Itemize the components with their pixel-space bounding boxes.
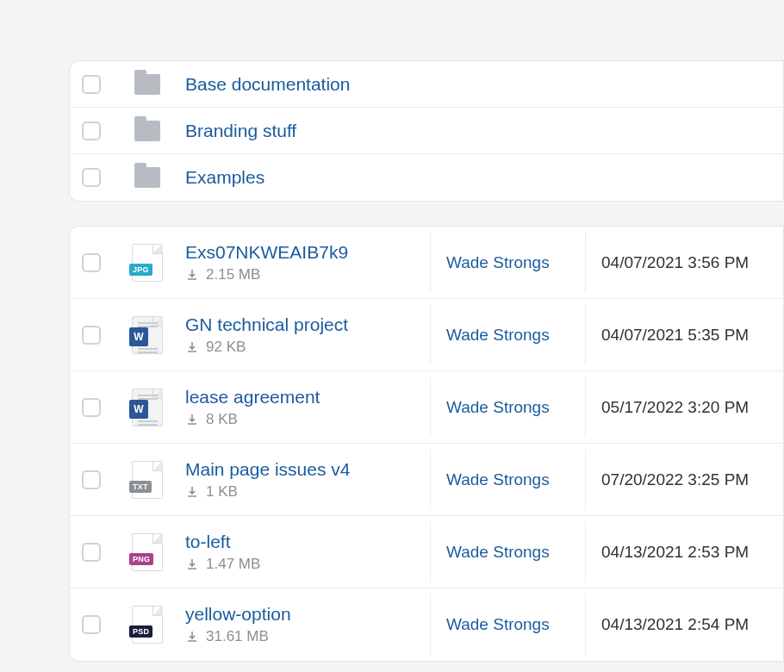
file-size: 31.61 MB bbox=[206, 628, 269, 645]
folder-icon bbox=[134, 121, 160, 141]
file-size: 8 KB bbox=[206, 411, 238, 428]
file-row[interactable]: TXT Main page issues v4 1 KB Wade Strong… bbox=[70, 444, 783, 516]
file-row[interactable]: PNG to-left 1.47 MB Wade Strongs 04/13/2… bbox=[70, 516, 783, 588]
download-icon[interactable] bbox=[185, 485, 199, 499]
file-date: 04/07/2021 3:56 PM bbox=[601, 253, 749, 272]
file-date: 05/17/2022 3:20 PM bbox=[601, 398, 749, 417]
row-checkbox[interactable] bbox=[82, 615, 101, 634]
folder-row[interactable]: Branding stuff bbox=[70, 108, 783, 154]
file-name[interactable]: GN technical project bbox=[185, 314, 423, 335]
row-checkbox[interactable] bbox=[82, 398, 101, 417]
file-type-icon-psd: PSD bbox=[132, 606, 163, 644]
row-checkbox[interactable] bbox=[82, 470, 101, 489]
file-row[interactable]: PSD yellow-option 31.61 MB Wade Strongs … bbox=[70, 588, 783, 661]
file-date: 07/20/2022 3:25 PM bbox=[601, 470, 749, 489]
file-row[interactable]: W lease agreement 8 KB Wade Strongs 05/1… bbox=[70, 371, 783, 444]
file-type-icon-txt: TXT bbox=[132, 461, 163, 499]
file-name[interactable]: Main page issues v4 bbox=[185, 459, 423, 480]
file-type-icon-word: W bbox=[132, 316, 163, 354]
file-name[interactable]: yellow-option bbox=[185, 604, 423, 625]
file-user[interactable]: Wade Strongs bbox=[446, 326, 550, 345]
row-checkbox[interactable] bbox=[82, 168, 101, 187]
row-checkbox[interactable] bbox=[82, 121, 101, 140]
file-name[interactable]: lease agreement bbox=[185, 387, 423, 408]
file-type-icon-jpg: JPG bbox=[132, 244, 163, 282]
file-user[interactable]: Wade Strongs bbox=[446, 615, 550, 634]
folder-row[interactable]: Examples bbox=[70, 154, 783, 201]
file-size: 1.47 MB bbox=[206, 556, 260, 573]
file-user[interactable]: Wade Strongs bbox=[446, 543, 550, 562]
download-icon[interactable] bbox=[185, 413, 199, 426]
file-date: 04/13/2021 2:53 PM bbox=[601, 543, 749, 562]
file-name[interactable]: Exs07NKWEAIB7k9 bbox=[185, 242, 423, 263]
file-type-icon-word: W bbox=[132, 389, 163, 426]
file-type-icon-png: PNG bbox=[132, 533, 163, 571]
row-checkbox[interactable] bbox=[82, 75, 101, 94]
file-date: 04/07/2021 5:35 PM bbox=[601, 326, 749, 345]
file-size: 92 KB bbox=[206, 339, 246, 356]
file-row[interactable]: JPG Exs07NKWEAIB7k9 2.15 MB Wade Strongs… bbox=[70, 227, 783, 299]
row-checkbox[interactable] bbox=[82, 543, 101, 562]
row-checkbox[interactable] bbox=[82, 253, 101, 272]
file-row[interactable]: W GN technical project 92 KB Wade Strong… bbox=[70, 299, 783, 371]
folder-icon bbox=[134, 167, 160, 188]
folders-section: Base documentation Branding stuff Exampl… bbox=[69, 60, 784, 202]
file-user[interactable]: Wade Strongs bbox=[446, 470, 550, 489]
file-date: 04/13/2021 2:54 PM bbox=[601, 615, 749, 634]
folder-name[interactable]: Base documentation bbox=[185, 74, 350, 94]
folder-name[interactable]: Branding stuff bbox=[185, 121, 296, 140]
file-user[interactable]: Wade Strongs bbox=[446, 253, 550, 272]
download-icon[interactable] bbox=[185, 557, 199, 571]
files-section: JPG Exs07NKWEAIB7k9 2.15 MB Wade Strongs… bbox=[69, 226, 784, 662]
file-size: 2.15 MB bbox=[206, 266, 260, 283]
download-icon[interactable] bbox=[185, 630, 199, 644]
download-icon[interactable] bbox=[185, 340, 199, 354]
folder-icon bbox=[134, 74, 160, 95]
file-name[interactable]: to-left bbox=[185, 532, 423, 552]
row-checkbox[interactable] bbox=[82, 326, 101, 345]
file-size: 1 KB bbox=[206, 483, 238, 501]
download-icon[interactable] bbox=[185, 268, 199, 282]
folder-name[interactable]: Examples bbox=[185, 167, 264, 187]
file-user[interactable]: Wade Strongs bbox=[446, 398, 550, 417]
folder-row[interactable]: Base documentation bbox=[70, 61, 783, 108]
